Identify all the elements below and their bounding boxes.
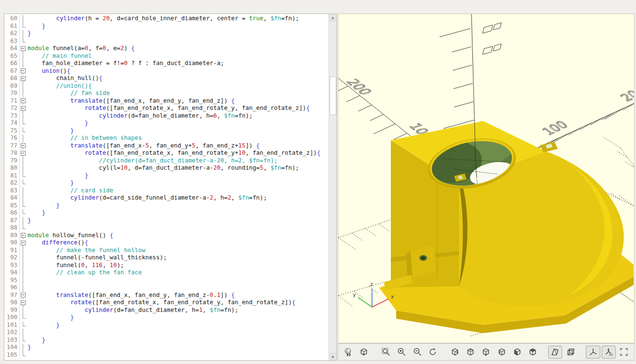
line-number[interactable]: 97 [4, 292, 20, 299]
code-line[interactable]: 102 [4, 329, 329, 337]
line-number[interactable]: 64 [4, 45, 20, 53]
code-line[interactable]: 80 cyl(l=10, d=fan_duct_diameter-a-20, r… [4, 164, 329, 172]
code-line[interactable]: 67 union(){ [4, 67, 329, 75]
fold-marker[interactable] [20, 142, 26, 150]
code-line[interactable]: 64module funnel(a=0, f=0, e=2) { [4, 45, 329, 53]
code-line[interactable]: 96 [4, 284, 329, 292]
line-number[interactable]: 90 [4, 239, 20, 247]
line-number[interactable]: 79 [4, 157, 20, 165]
code-line[interactable]: 93 funnel(0, 116, 10); [4, 262, 329, 270]
line-number[interactable]: 75 [4, 127, 20, 135]
code-line[interactable]: 72 rotate([fan_end_rotate_x, fan_end_rot… [4, 105, 329, 112]
line-number[interactable]: 88 [4, 224, 20, 232]
code-line[interactable]: 89module hollow_funnel() { [4, 232, 329, 240]
reset-view-button[interactable] [426, 346, 440, 359]
line-number[interactable]: 94 [4, 269, 20, 277]
preview-button[interactable] [341, 346, 355, 359]
view-all-button[interactable] [379, 346, 393, 359]
code-line[interactable]: 76 // in between shapes [4, 135, 329, 142]
line-number[interactable]: 104 [4, 344, 20, 351]
line-number[interactable]: 85 [4, 202, 20, 210]
view-right-button[interactable] [448, 346, 462, 359]
line-number[interactable]: 62 [4, 30, 20, 38]
code-line[interactable]: 104} [4, 344, 329, 351]
code-line[interactable]: 60 cylinder(h = 20, d=card_hole_inner_di… [4, 15, 329, 23]
code-line[interactable]: 90 difference(){ [4, 239, 329, 247]
code-line[interactable]: 103 } [4, 337, 329, 344]
code-line[interactable]: 79 //cylinder(d=fan_duct_diameter-a-20, … [4, 157, 329, 165]
line-number[interactable]: 93 [4, 262, 20, 270]
code-line[interactable]: 87} [4, 217, 329, 225]
code-line[interactable]: 75 } [4, 127, 329, 135]
code-line[interactable]: 94 // clean up the fan face [4, 269, 329, 277]
fold-marker[interactable] [20, 67, 26, 75]
line-number[interactable]: 92 [4, 254, 20, 262]
code-line[interactable]: 98 rotate([fan_end_rotate_x, fan_end_rot… [4, 299, 329, 307]
fold-marker[interactable] [20, 75, 26, 82]
zoom-out-button[interactable] [410, 346, 424, 359]
line-number[interactable]: 69 [4, 82, 20, 90]
line-number[interactable]: 81 [4, 172, 20, 180]
3d-viewport[interactable]: 200 100 100 200 [338, 13, 635, 343]
view-back-button[interactable] [526, 346, 540, 359]
line-number[interactable]: 68 [4, 75, 20, 82]
scrollbar-thumb[interactable] [330, 77, 336, 115]
code-line[interactable]: 69 //union(){ [4, 82, 329, 90]
code-line[interactable]: 84 cylinder(d=card_side_funnel_diameter-… [4, 194, 329, 202]
line-number[interactable]: 99 [4, 307, 20, 314]
line-number[interactable]: 98 [4, 299, 20, 307]
line-number[interactable]: 84 [4, 194, 20, 202]
line-number[interactable]: 95 [4, 277, 20, 284]
show-crosshairs-button[interactable] [617, 346, 631, 359]
code-line[interactable]: 99 cylinder(d=fan_duct_diameter, h=1, $f… [4, 307, 329, 314]
line-number[interactable]: 91 [4, 247, 20, 255]
show-scale-markers-button[interactable]: 10 [602, 346, 616, 359]
line-number[interactable]: 61 [4, 23, 20, 30]
code-line[interactable]: 78 rotate([fan_end_rotate_x, fan_end_rot… [4, 149, 329, 157]
code-line[interactable]: 77 translate([fan_end_x-5, fan_end_y+5, … [4, 142, 329, 150]
orthogonal-button[interactable] [564, 346, 578, 359]
code-line[interactable]: 95 [4, 277, 329, 284]
code-line[interactable]: 101 } [4, 322, 329, 329]
line-number[interactable]: 72 [4, 105, 20, 112]
fold-marker[interactable] [20, 45, 26, 53]
fold-marker[interactable] [20, 239, 26, 247]
code-line[interactable]: 92 funnel(-funnel_wall_thickness); [4, 254, 329, 262]
code-line[interactable]: 86 } [4, 209, 329, 217]
view-bottom-button[interactable] [479, 346, 493, 359]
fold-marker[interactable] [20, 97, 26, 105]
scroll-down-icon[interactable]: ▼ [329, 353, 336, 360]
line-number[interactable]: 86 [4, 209, 20, 217]
code-line[interactable]: 65 // main funnel [4, 53, 329, 60]
line-number[interactable]: 83 [4, 187, 20, 195]
code-line[interactable]: 100 } [4, 314, 329, 322]
line-number[interactable]: 67 [4, 67, 20, 75]
line-number[interactable]: 101 [4, 322, 20, 329]
fold-marker[interactable] [20, 232, 26, 240]
fold-marker[interactable] [20, 292, 26, 299]
line-number[interactable]: 102 [4, 329, 20, 337]
code-line[interactable]: 81 } [4, 172, 329, 180]
line-number[interactable]: 82 [4, 179, 20, 187]
code-line[interactable]: 62} [4, 30, 329, 38]
line-number[interactable]: 63 [4, 38, 20, 45]
code-line[interactable]: 66 fan_hole_diameter = f!=0 ? f : fan_du… [4, 60, 329, 67]
editor-vertical-scrollbar[interactable]: ▲ ▼ [329, 14, 336, 360]
code-line[interactable]: 70 // fan side [4, 90, 329, 97]
fold-marker[interactable] [20, 105, 26, 112]
line-number[interactable]: 74 [4, 120, 20, 127]
line-number[interactable]: 78 [4, 149, 20, 157]
line-number[interactable]: 71 [4, 97, 20, 105]
code-line[interactable]: 63 [4, 38, 329, 45]
view-top-button[interactable] [464, 346, 478, 359]
line-number[interactable]: 77 [4, 142, 20, 150]
line-number[interactable]: 65 [4, 53, 20, 60]
line-number[interactable]: 70 [4, 90, 20, 97]
line-number[interactable]: 76 [4, 135, 20, 142]
code-line[interactable]: 71 translate([fan_end_x, fan_end_y, fan_… [4, 97, 329, 105]
code-line[interactable]: 105 [4, 351, 329, 359]
code-line[interactable]: 88 [4, 224, 329, 232]
line-number[interactable]: 100 [4, 314, 20, 322]
code-line[interactable]: 61 } [4, 23, 329, 30]
code-line[interactable]: 74 } [4, 120, 329, 127]
